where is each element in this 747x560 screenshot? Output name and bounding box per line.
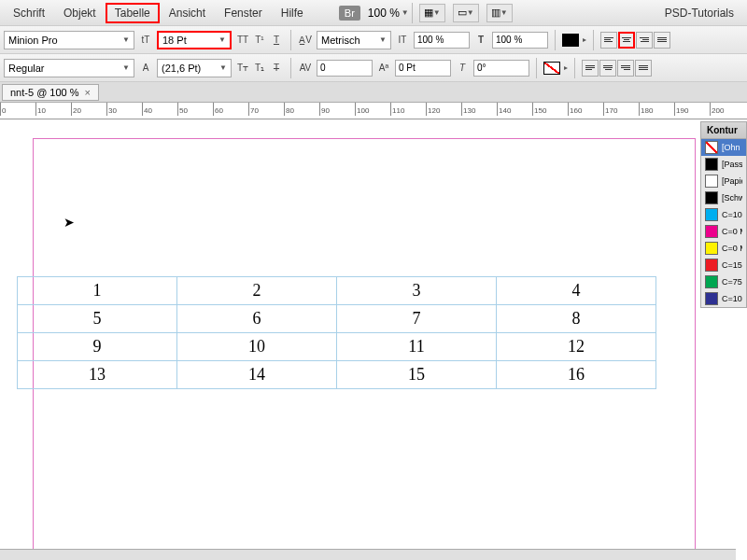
font-size-value: 18 Pt — [162, 35, 187, 46]
smallcaps-icon[interactable]: Tᴛ — [235, 61, 250, 76]
table-cell[interactable]: 16 — [497, 361, 656, 389]
horizontal-ruler[interactable]: 0102030405060708090100110120130140150160… — [0, 103, 747, 119]
zoom-value: 100 % — [368, 7, 400, 20]
table-cell[interactable]: 14 — [177, 361, 337, 389]
swatch-color-icon — [705, 259, 718, 272]
swatch-item[interactable]: [Passe — [701, 156, 746, 173]
swatch-color-icon — [705, 292, 718, 305]
menu-schrift[interactable]: Schrift — [4, 3, 54, 23]
kerning-select[interactable]: Metrisch ▼ — [317, 31, 391, 49]
table-row[interactable]: 1234 — [18, 277, 656, 305]
swatch-color-icon — [705, 242, 718, 255]
skew-input[interactable]: 0° — [473, 60, 529, 77]
kerning-icon: A̲V — [298, 33, 313, 48]
swatch-item[interactable]: [Schw — [701, 189, 746, 206]
justify-right-button[interactable] — [617, 60, 634, 77]
menu-objekt[interactable]: Objekt — [54, 3, 106, 23]
swatch-item[interactable]: C=0 M — [701, 240, 746, 257]
subscript-icon[interactable]: T₁ — [252, 61, 267, 76]
chevron-down-icon: ▼ — [379, 35, 387, 44]
screen-mode-button[interactable]: ▭▼ — [453, 4, 479, 22]
stroke-icon[interactable] — [543, 62, 560, 75]
ruler-tick-label: 130 — [463, 106, 475, 115]
swatch-item[interactable]: C=0 M — [701, 223, 746, 240]
swatches-panel[interactable]: Kontur [Ohn[Passe[Papie[SchwC=10C=0 MC=0… — [700, 121, 747, 308]
table-cell[interactable]: 8 — [497, 305, 656, 333]
table-row[interactable]: 9101112 — [18, 333, 656, 361]
table-cell[interactable]: 13 — [18, 361, 177, 389]
workspace-label[interactable]: PSD-Tutorials — [665, 7, 743, 20]
ruler-tick-label: 20 — [73, 106, 81, 115]
justify-left-button[interactable] — [582, 60, 599, 77]
table-cell[interactable]: 1 — [18, 277, 177, 305]
horizontal-scrollbar[interactable] — [0, 549, 736, 560]
options-bar-2: Regular ▼ A (21,6 Pt) ▼ Tᴛ T₁ T AV 0 Aª … — [0, 54, 747, 82]
chevron-right-icon[interactable]: ▸ — [583, 35, 586, 44]
vscale-input[interactable]: 100 % — [414, 32, 470, 49]
ruler-tick-label: 150 — [534, 106, 546, 115]
menu-hilfe[interactable]: Hilfe — [272, 3, 313, 23]
baseline-input[interactable]: 0 Pt — [395, 60, 451, 77]
align-center-button[interactable] — [618, 32, 635, 49]
ruler-tick-label: 0 — [2, 106, 6, 115]
superscript-icon[interactable]: T¹ — [252, 33, 267, 48]
align-justify-button[interactable] — [654, 32, 670, 49]
bridge-button[interactable]: Br — [339, 6, 360, 21]
chevron-right-icon[interactable]: ▸ — [564, 63, 568, 72]
leading-input[interactable]: (21,6 Pt) ▼ — [157, 59, 232, 77]
table-cell[interactable]: 15 — [337, 361, 497, 389]
document-tab[interactable]: nnt-5 @ 100 % × — [2, 84, 99, 101]
table-cell[interactable]: 6 — [177, 305, 337, 333]
font-family-select[interactable]: Minion Pro ▼ — [4, 31, 134, 49]
table-cell[interactable]: 2 — [177, 277, 337, 305]
ruler-tick-label: 200 — [712, 106, 724, 115]
ruler-tick-label: 170 — [605, 106, 617, 115]
table-cell[interactable]: 11 — [337, 333, 497, 361]
swatch-item[interactable]: C=15 — [701, 257, 746, 273]
fill-icon[interactable] — [562, 34, 579, 47]
content-table[interactable]: 12345678910111213141516 — [17, 276, 656, 389]
view-options-button[interactable]: ▦▼ — [419, 4, 445, 22]
hscale-input[interactable]: 100 % — [492, 32, 548, 49]
ruler-tick-label: 120 — [428, 106, 440, 115]
font-size-input[interactable]: 18 Pt ▼ — [157, 31, 232, 49]
align-right-button[interactable] — [636, 32, 653, 49]
ruler-tick-label: 50 — [179, 106, 188, 115]
table-cell[interactable]: 3 — [337, 277, 497, 305]
underline-icon[interactable]: T — [269, 33, 284, 48]
table-cell[interactable]: 10 — [177, 333, 337, 361]
menu-tabelle[interactable]: Tabelle — [106, 3, 160, 23]
swatch-item[interactable]: C=75 — [701, 273, 746, 290]
align-left-button[interactable] — [600, 32, 617, 49]
close-icon[interactable]: × — [85, 87, 91, 98]
justify-all-button[interactable] — [635, 60, 652, 77]
swatch-color-icon — [705, 191, 718, 204]
document-canvas[interactable]: 12345678910111213141516 ➤ — [0, 119, 747, 560]
swatch-item[interactable]: C=10 — [701, 206, 746, 223]
ruler-tick-label: 190 — [676, 106, 688, 115]
table-row[interactable]: 5678 — [18, 305, 656, 333]
font-style-select[interactable]: Regular ▼ — [4, 59, 134, 77]
swatch-item[interactable]: [Ohn — [701, 139, 746, 156]
justify-center-button[interactable] — [599, 60, 616, 77]
strikethrough-icon[interactable]: T — [269, 61, 284, 76]
ruler-tick-label: 160 — [570, 106, 582, 115]
table-row[interactable]: 13141516 — [18, 361, 656, 389]
swatch-label: C=10 — [722, 210, 742, 219]
zoom-level[interactable]: 100 % ▼ — [368, 7, 409, 20]
arrange-button[interactable]: ▥▼ — [486, 4, 513, 22]
menu-ansicht[interactable]: Ansicht — [160, 3, 215, 23]
table-cell[interactable]: 7 — [337, 305, 497, 333]
allcaps-icon[interactable]: TT — [235, 33, 250, 48]
table-cell[interactable]: 4 — [497, 277, 656, 305]
swatch-item[interactable]: C=10 — [701, 290, 746, 307]
table-cell[interactable]: 12 — [497, 333, 656, 361]
table-cell[interactable]: 5 — [18, 305, 177, 333]
swatches-panel-title[interactable]: Kontur — [701, 122, 746, 139]
swatch-item[interactable]: [Papie — [701, 173, 746, 189]
swatch-label: [Schw — [722, 193, 742, 203]
tracking-input[interactable]: 0 — [317, 60, 373, 77]
menu-fenster[interactable]: Fenster — [215, 3, 272, 23]
table-cell[interactable]: 9 — [18, 333, 177, 361]
swatch-label: C=75 — [722, 277, 742, 287]
